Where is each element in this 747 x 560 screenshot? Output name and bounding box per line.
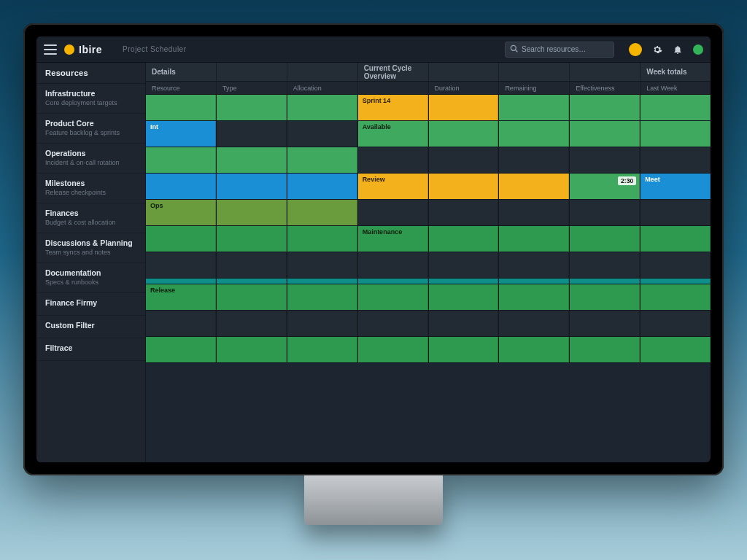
grid-cell[interactable]: Ops <box>146 200 217 225</box>
schedule-block[interactable]: Maintenance <box>358 226 428 252</box>
grid-cell[interactable] <box>217 284 287 310</box>
schedule-block[interactable] <box>570 284 640 310</box>
grid-cell[interactable] <box>287 95 358 120</box>
schedule-block[interactable] <box>217 284 287 310</box>
schedule-block[interactable] <box>570 200 640 225</box>
schedule-block[interactable]: Available <box>358 121 428 147</box>
schedule-block[interactable] <box>640 279 711 284</box>
schedule-block[interactable] <box>429 279 499 284</box>
schedule-block[interactable] <box>640 226 711 252</box>
grid-cell[interactable] <box>570 311 640 336</box>
grid-cell[interactable] <box>217 200 287 225</box>
schedule-block[interactable]: Ops <box>146 200 216 225</box>
grid-cell[interactable] <box>429 311 500 336</box>
grid-cell[interactable] <box>640 121 711 147</box>
grid-cell[interactable] <box>570 226 640 252</box>
schedule-block[interactable] <box>358 200 428 225</box>
schedule-block[interactable] <box>287 284 357 310</box>
schedule-block[interactable] <box>429 311 499 336</box>
grid-cell[interactable] <box>640 200 711 225</box>
grid-cell[interactable]: Review <box>358 174 429 199</box>
schedule-block[interactable] <box>640 200 711 225</box>
grid-cell[interactable] <box>570 200 640 225</box>
grid-cell[interactable] <box>358 311 429 336</box>
schedule-block[interactable] <box>570 252 640 278</box>
grid-cell[interactable] <box>217 311 287 336</box>
schedule-block[interactable] <box>570 226 640 252</box>
schedule-block[interactable] <box>217 279 287 284</box>
grid-cell[interactable] <box>499 279 570 284</box>
schedule-block[interactable] <box>287 311 357 336</box>
schedule-block[interactable] <box>429 252 499 278</box>
schedule-block[interactable] <box>499 174 569 199</box>
grid-cell[interactable] <box>287 284 358 310</box>
sidebar-item-1[interactable]: Product CoreFeature backlog & sprints <box>36 114 145 144</box>
grid-cell[interactable]: Meet <box>640 174 711 199</box>
schedule-block[interactable] <box>217 121 287 147</box>
sidebar-item-8[interactable]: Custom Filter <box>36 316 145 338</box>
schedule-block[interactable] <box>499 147 569 173</box>
grid-cell[interactable] <box>570 252 640 278</box>
grid-cell[interactable]: 2:30 <box>570 174 640 199</box>
schedule-block[interactable] <box>217 226 287 252</box>
grid-cell[interactable] <box>570 95 640 120</box>
schedule-block[interactable] <box>640 311 711 336</box>
sidebar-item-4[interactable]: FinancesBudget & cost allocation <box>36 203 145 233</box>
schedule-block[interactable] <box>429 226 499 252</box>
grid-cell[interactable]: Maintenance <box>358 226 429 252</box>
col-top-1[interactable] <box>217 63 287 81</box>
schedule-block[interactable] <box>287 95 357 120</box>
grid-cell[interactable] <box>287 147 358 173</box>
grid-cell[interactable] <box>570 284 640 310</box>
schedule-block[interactable] <box>358 147 428 173</box>
schedule-block[interactable]: Meet <box>640 174 711 199</box>
sidebar-item-3[interactable]: MilestonesRelease checkpoints <box>36 174 145 203</box>
grid-cell[interactable] <box>146 226 217 252</box>
schedule-block[interactable] <box>429 95 499 120</box>
schedule-block[interactable] <box>287 279 357 284</box>
grid-cell[interactable] <box>429 252 500 278</box>
col-top-3[interactable]: Current Cycle Overview <box>358 63 429 81</box>
grid-cell[interactable] <box>429 284 500 310</box>
schedule-block[interactable] <box>358 279 428 284</box>
grid-cell[interactable] <box>217 95 287 120</box>
grid-cell[interactable] <box>287 252 358 278</box>
schedule-block[interactable] <box>499 121 569 147</box>
schedule-block[interactable] <box>640 147 711 173</box>
grid-cell[interactable] <box>429 226 500 252</box>
grid-cell[interactable] <box>217 226 287 252</box>
grid-cell[interactable] <box>640 337 711 362</box>
grid-cell[interactable] <box>217 279 287 284</box>
schedule-block[interactable] <box>217 147 287 173</box>
grid-cell[interactable] <box>429 174 500 199</box>
schedule-block[interactable] <box>640 337 711 362</box>
schedule-block[interactable] <box>640 252 711 278</box>
schedule-block[interactable] <box>146 252 216 278</box>
col-top-6[interactable] <box>570 63 640 81</box>
schedule-block[interactable] <box>499 284 569 310</box>
schedule-block[interactable] <box>287 121 357 147</box>
schedule-block[interactable]: 2:30 <box>570 174 640 199</box>
grid-cell[interactable] <box>287 121 358 147</box>
schedule-block[interactable] <box>429 200 499 225</box>
grid-cell[interactable] <box>287 200 358 225</box>
grid-cell[interactable] <box>429 337 500 362</box>
grid-cell[interactable] <box>429 200 500 225</box>
grid-cell[interactable] <box>570 121 640 147</box>
grid-cell[interactable] <box>499 252 570 278</box>
sidebar-item-2[interactable]: OperationsIncident & on-call rotation <box>36 144 145 174</box>
col-top-0[interactable]: Details <box>146 63 217 81</box>
grid-cell[interactable]: Int <box>146 121 217 147</box>
schedule-block[interactable] <box>358 284 428 310</box>
grid-cell[interactable] <box>499 284 570 310</box>
grid-cell[interactable] <box>217 174 287 199</box>
schedule-block[interactable] <box>429 174 499 199</box>
status-icon[interactable] <box>693 44 703 55</box>
schedule-block[interactable]: Int <box>146 121 216 147</box>
grid-cell[interactable] <box>499 147 570 173</box>
schedule-block[interactable] <box>146 147 216 173</box>
menu-icon[interactable] <box>44 44 57 55</box>
col-top-5[interactable] <box>499 63 570 81</box>
settings-icon[interactable] <box>652 44 662 55</box>
grid-cell[interactable] <box>146 337 217 362</box>
